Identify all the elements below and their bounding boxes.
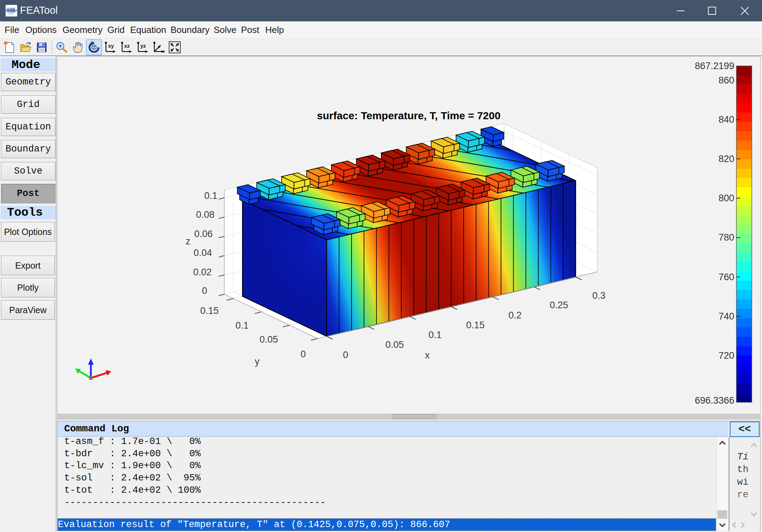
svg-text:surface: Temperature, T, Time: surface: Temperature, T, Time = 7200 bbox=[317, 110, 500, 121]
svg-text:0.1: 0.1 bbox=[428, 330, 442, 340]
svg-text:820: 820 bbox=[718, 154, 734, 164]
svg-text:0.05: 0.05 bbox=[260, 334, 278, 345]
svg-text:720: 720 bbox=[718, 350, 734, 361]
svg-text:867.2199: 867.2199 bbox=[695, 61, 734, 71]
svg-text:0.05: 0.05 bbox=[386, 339, 404, 350]
svg-text:z: z bbox=[186, 236, 190, 247]
svg-text:0.06: 0.06 bbox=[194, 229, 213, 239]
svg-text:0.08: 0.08 bbox=[196, 209, 215, 220]
svg-text:0.25: 0.25 bbox=[550, 300, 568, 310]
svg-text:0.15: 0.15 bbox=[466, 320, 485, 330]
svg-text:0.02: 0.02 bbox=[193, 267, 212, 277]
svg-text:0: 0 bbox=[343, 350, 348, 360]
svg-text:y: y bbox=[255, 356, 260, 367]
svg-text:0.3: 0.3 bbox=[592, 290, 606, 301]
svg-text:0: 0 bbox=[300, 349, 306, 359]
svg-text:760: 760 bbox=[718, 272, 734, 282]
svg-text:0.1: 0.1 bbox=[204, 190, 218, 201]
svg-text:x: x bbox=[425, 350, 430, 361]
svg-text:696.3366: 696.3366 bbox=[695, 395, 734, 406]
svg-text:800: 800 bbox=[718, 193, 734, 203]
svg-text:840: 840 bbox=[718, 114, 734, 125]
svg-text:0.04: 0.04 bbox=[194, 248, 212, 258]
svg-text:0: 0 bbox=[202, 285, 207, 296]
svg-text:780: 780 bbox=[718, 232, 734, 243]
svg-text:740: 740 bbox=[718, 311, 734, 322]
svg-text:0.15: 0.15 bbox=[200, 305, 219, 316]
svg-text:0.1: 0.1 bbox=[235, 320, 249, 331]
svg-text:860: 860 bbox=[718, 75, 734, 86]
svg-text:0.2: 0.2 bbox=[508, 310, 522, 321]
